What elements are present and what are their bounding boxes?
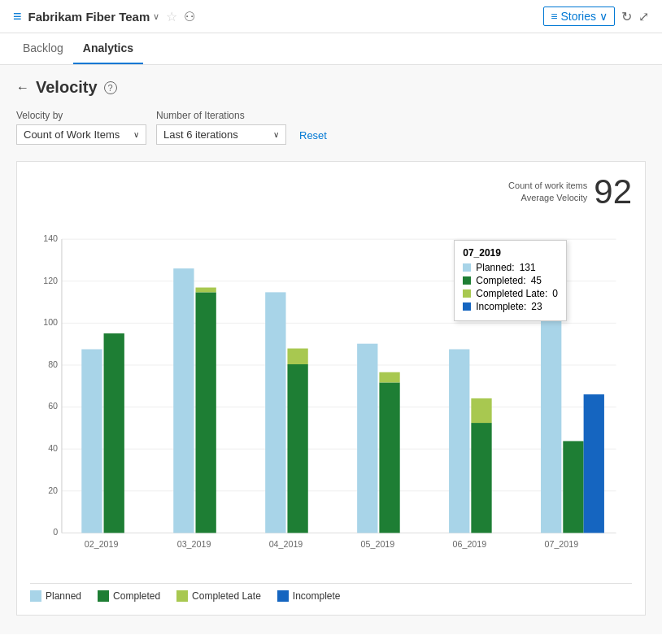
bar-03-cl — [196, 288, 216, 293]
bar-06-cl — [471, 398, 491, 423]
legend-cl-label: Completed Late — [192, 590, 261, 602]
iterations-label: Number of Iterations — [156, 110, 286, 121]
velocity-by-value: Count of Work Items — [24, 128, 120, 141]
svg-text:80: 80 — [48, 359, 58, 369]
svg-text:07_2019: 07_2019 — [545, 539, 579, 549]
favorite-icon[interactable]: ☆ — [166, 9, 177, 24]
velocity-number: 92 — [594, 175, 632, 209]
team-chevron-icon[interactable]: ∨ — [153, 11, 159, 22]
bar-04-completed — [287, 364, 307, 533]
svg-text:06_2019: 06_2019 — [453, 539, 487, 549]
legend-completed: Completed — [98, 590, 160, 602]
chart-header: Count of work itemsAverage Velocity 92 — [30, 175, 632, 209]
stories-label: Stories — [560, 10, 596, 23]
chart-area: Count of work itemsAverage Velocity 92 — [16, 161, 646, 616]
svg-text:0: 0 — [53, 527, 58, 537]
svg-text:60: 60 — [48, 402, 58, 411]
bar-06-planned — [449, 350, 469, 533]
svg-text:120: 120 — [43, 276, 58, 285]
main-content: ← Velocity ? Velocity by Count of Work I… — [0, 65, 662, 634]
legend-incomplete-color — [277, 590, 289, 602]
filters-row: Velocity by Count of Work Items ∨ Number… — [16, 110, 646, 145]
legend-planned-color — [30, 590, 41, 602]
bar-05-cl — [379, 372, 399, 383]
people-icon[interactable]: ⚇ — [184, 9, 195, 24]
legend-completed-label: Completed — [113, 590, 160, 602]
legend-planned: Planned — [30, 590, 81, 602]
legend-incomplete: Incomplete — [277, 590, 341, 602]
velocity-by-select[interactable]: Count of Work Items ∨ — [16, 124, 146, 145]
chart-legend: Planned Completed Completed Late Incompl… — [30, 583, 632, 602]
page-title-row: ← Velocity ? — [16, 78, 646, 97]
svg-text:40: 40 — [48, 443, 58, 453]
bar-04-planned — [265, 292, 285, 533]
team-name: Fabrikam Fiber Team — [28, 10, 150, 24]
bar-07-planned — [541, 266, 561, 533]
legend-incomplete-label: Incomplete — [293, 590, 341, 602]
bar-04-cl — [287, 349, 307, 364]
refresh-icon[interactable]: ↻ — [621, 9, 632, 24]
bar-06-completed — [471, 423, 491, 533]
reset-button[interactable]: Reset — [296, 126, 330, 145]
page-title: Velocity — [36, 78, 98, 97]
stories-icon: ≡ — [551, 10, 557, 23]
bar-02-completed — [104, 333, 124, 533]
iterations-value: Last 6 iterations — [163, 128, 238, 141]
velocity-label: Count of work itemsAverage Velocity — [508, 180, 587, 205]
velocity-by-group: Velocity by Count of Work Items ∨ — [16, 110, 146, 145]
stories-button[interactable]: ≡ Stories ∨ — [543, 7, 615, 26]
iterations-select[interactable]: Last 6 iterations ∨ — [156, 124, 286, 145]
bar-05-planned — [357, 344, 377, 533]
header: ≡ Fabrikam Fiber Team ∨ ☆ ⚇ ≡ Stories ∨ … — [0, 0, 662, 33]
svg-text:03_2019: 03_2019 — [177, 539, 211, 549]
svg-text:04_2019: 04_2019 — [269, 539, 303, 549]
bar-02-planned — [81, 350, 102, 533]
app-icon: ≡ — [13, 8, 22, 25]
bar-03-planned — [173, 268, 194, 533]
bar-05-completed — [379, 382, 399, 533]
header-right: ≡ Stories ∨ ↻ ⤢ — [543, 7, 649, 26]
velocity-by-label: Velocity by — [16, 110, 146, 121]
legend-cl-color — [176, 590, 188, 602]
stories-chevron-icon: ∨ — [599, 10, 608, 23]
tab-backlog[interactable]: Backlog — [13, 33, 73, 64]
bar-07-completed — [563, 441, 583, 533]
chart-container: 0 20 40 60 80 100 120 140 — [30, 215, 632, 573]
velocity-chart: 0 20 40 60 80 100 120 140 — [30, 215, 632, 573]
bar-03-completed — [196, 292, 216, 533]
iterations-group: Number of Iterations Last 6 iterations ∨ — [156, 110, 286, 145]
legend-planned-label: Planned — [46, 590, 81, 602]
bar-07-incomplete — [584, 394, 604, 533]
svg-text:05_2019: 05_2019 — [361, 539, 395, 549]
tab-analytics[interactable]: Analytics — [73, 33, 143, 64]
svg-text:100: 100 — [43, 317, 58, 327]
velocity-summary: Count of work itemsAverage Velocity 92 — [508, 175, 632, 209]
iterations-chevron-icon: ∨ — [273, 130, 279, 139]
nav-tabs: Backlog Analytics — [0, 33, 662, 65]
back-button[interactable]: ← — [16, 80, 29, 95]
legend-completed-late: Completed Late — [176, 590, 261, 602]
svg-text:20: 20 — [48, 485, 58, 495]
velocity-by-chevron-icon: ∨ — [133, 130, 139, 139]
expand-icon[interactable]: ⤢ — [638, 9, 649, 24]
svg-text:02_2019: 02_2019 — [85, 539, 119, 549]
help-icon[interactable]: ? — [104, 81, 117, 94]
svg-text:140: 140 — [43, 233, 58, 243]
legend-completed-color — [98, 590, 109, 602]
